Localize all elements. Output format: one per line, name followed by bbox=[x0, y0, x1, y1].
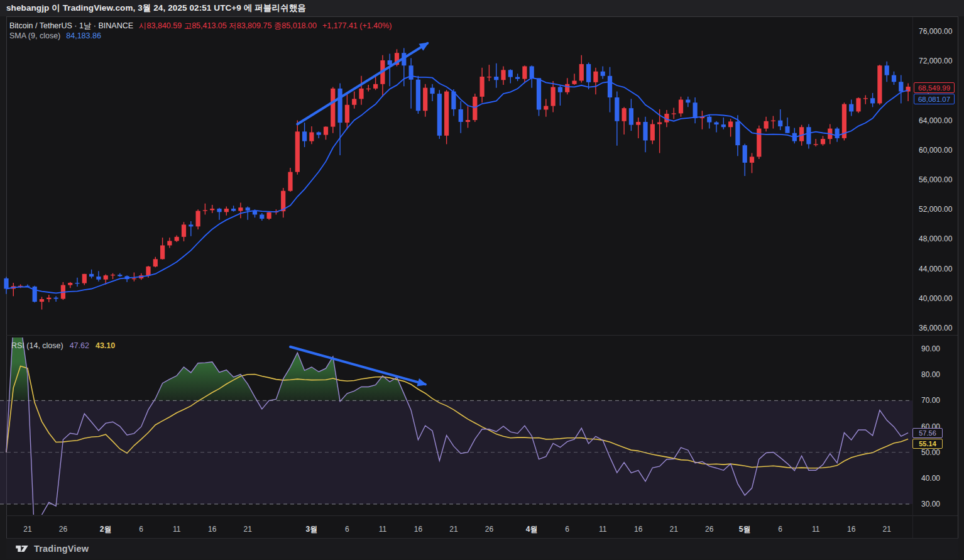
ohlc-values: 시83,840.59 고85,413.05 저83,809.75 종85,018… bbox=[139, 21, 317, 31]
svg-text:6: 6 bbox=[565, 525, 569, 534]
svg-text:21: 21 bbox=[449, 525, 458, 534]
svg-text:26: 26 bbox=[485, 525, 494, 534]
svg-text:16: 16 bbox=[414, 525, 423, 534]
svg-text:4월: 4월 bbox=[526, 525, 538, 534]
svg-text:6: 6 bbox=[778, 525, 782, 534]
sma-price-axis-label: 68,081.07 bbox=[914, 94, 955, 104]
svg-text:6: 6 bbox=[139, 525, 143, 534]
svg-text:48,000.00: 48,000.00 bbox=[919, 234, 953, 243]
svg-text:50.00: 50.00 bbox=[921, 448, 940, 457]
svg-text:11: 11 bbox=[599, 525, 607, 534]
rsi-axis-value-label: 57.56 bbox=[912, 428, 943, 438]
tradingview-logo[interactable] bbox=[15, 543, 29, 554]
svg-text:16: 16 bbox=[208, 525, 217, 534]
sma-indicator-label[interactable]: SMA (9, close) bbox=[9, 31, 60, 40]
svg-text:5월: 5월 bbox=[739, 525, 751, 534]
svg-text:60,000.00: 60,000.00 bbox=[919, 146, 953, 155]
svg-text:52,000.00: 52,000.00 bbox=[919, 205, 953, 214]
svg-text:21: 21 bbox=[670, 525, 679, 534]
svg-text:21: 21 bbox=[244, 525, 253, 534]
svg-text:6: 6 bbox=[345, 525, 349, 534]
svg-text:36,000.00: 36,000.00 bbox=[919, 324, 953, 332]
chart-canvas[interactable]: 76,000.0072,000.0068,000.0064,000.0060,0… bbox=[0, 0, 964, 560]
svg-text:40,000.00: 40,000.00 bbox=[919, 294, 953, 303]
rsi-ma-indicator-value: 43.10 bbox=[96, 341, 115, 350]
svg-text:44,000.00: 44,000.00 bbox=[919, 265, 953, 273]
svg-text:21: 21 bbox=[23, 525, 32, 534]
svg-text:80.00: 80.00 bbox=[921, 370, 940, 379]
svg-text:72,000.00: 72,000.00 bbox=[919, 57, 953, 65]
svg-text:3월: 3월 bbox=[306, 525, 318, 534]
svg-text:16: 16 bbox=[634, 525, 643, 534]
svg-text:26: 26 bbox=[705, 525, 714, 534]
svg-text:76,000.00: 76,000.00 bbox=[919, 27, 953, 36]
svg-text:11: 11 bbox=[173, 525, 181, 534]
rsi-indicator-label[interactable]: RSI (14, close) bbox=[11, 341, 63, 350]
svg-text:90.00: 90.00 bbox=[921, 344, 940, 353]
rsi-indicator-value: 47.62 bbox=[70, 341, 89, 350]
svg-text:56,000.00: 56,000.00 bbox=[919, 175, 953, 184]
svg-text:64,000.00: 64,000.00 bbox=[919, 116, 953, 125]
svg-text:21: 21 bbox=[883, 525, 892, 534]
sma-indicator-value: 84,183.86 bbox=[66, 31, 101, 40]
attribution-bar: TradingView bbox=[6, 538, 958, 559]
rsi-legend: RSI (14, close) 47.62 43.10 bbox=[11, 341, 115, 350]
svg-text:11: 11 bbox=[812, 525, 820, 534]
svg-text:16: 16 bbox=[847, 525, 856, 534]
svg-text:40.00: 40.00 bbox=[921, 474, 940, 483]
svg-text:26: 26 bbox=[59, 525, 68, 534]
svg-text:11: 11 bbox=[379, 525, 387, 534]
symbol-legend: Bitcoin / TetherUS · 1날 · BINANCE 시83,84… bbox=[9, 21, 392, 42]
tradingview-wordmark[interactable]: TradingView bbox=[34, 544, 89, 554]
symbol-title[interactable]: Bitcoin / TetherUS · 1날 · BINANCE bbox=[9, 21, 133, 31]
change-value: +1,177.41 (+1.40%) bbox=[322, 21, 392, 30]
svg-text:70.00: 70.00 bbox=[921, 396, 940, 405]
last-price-axis-label: 68,549.99 bbox=[914, 82, 955, 93]
svg-text:30.00: 30.00 bbox=[921, 500, 940, 508]
svg-text:2월: 2월 bbox=[100, 525, 112, 534]
rsi-ma-axis-value-label: 55.14 bbox=[912, 439, 943, 449]
